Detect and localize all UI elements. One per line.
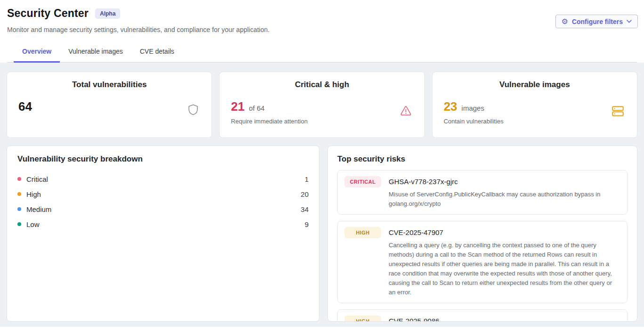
page-header: Security Center Alpha Monitor and manage… bbox=[0, 0, 644, 63]
images-stack-icon bbox=[612, 106, 624, 116]
low-dot-icon bbox=[17, 222, 21, 226]
content-area: Total vulnerabilities 64 Critical & high… bbox=[0, 63, 644, 327]
stat-value: 23 bbox=[444, 99, 457, 114]
stat-card-title: Vulnerable images bbox=[444, 80, 626, 89]
top-risks-title: Top security risks bbox=[337, 154, 628, 164]
critical-dot-icon bbox=[17, 177, 21, 181]
breakdown-label: Critical bbox=[26, 175, 48, 183]
severity-badge: HIGH bbox=[344, 227, 381, 238]
severity-badge: HIGH bbox=[344, 316, 381, 322]
breakdown-label: High bbox=[26, 190, 41, 198]
breakdown-row-low: Low 9 bbox=[17, 217, 309, 232]
stat-card-total-vulnerabilities: Total vulnerabilities 64 bbox=[7, 72, 212, 138]
medium-dot-icon bbox=[17, 207, 21, 211]
severity-badge: CRITICAL bbox=[344, 176, 381, 187]
stat-cards-row: Total vulnerabilities 64 Critical & high… bbox=[7, 72, 637, 138]
tab-vulnerable-images[interactable]: Vulnerable images bbox=[60, 44, 131, 63]
risk-description: Misuse of ServerConfig.PublicKeyCallback… bbox=[389, 190, 620, 209]
tab-bar: Overview Vulnerable images CVE details bbox=[7, 44, 637, 63]
configure-filters-label: Configure filters bbox=[572, 18, 623, 25]
risk-id: CVE-2025-47907 bbox=[389, 227, 620, 238]
stat-subtext: Require immediate attention bbox=[231, 118, 413, 125]
vulnerability-breakdown-panel: Vulnerability security breakdown Critica… bbox=[7, 146, 319, 322]
risk-item[interactable]: HIGH CVE-2025-47907 Cancelling a query (… bbox=[337, 221, 628, 303]
stat-subtext: Contain vulnerabilities bbox=[444, 118, 626, 125]
breakdown-row-high: High 20 bbox=[17, 186, 309, 202]
breakdown-value: 34 bbox=[301, 205, 309, 213]
chevron-down-icon bbox=[627, 20, 632, 23]
risk-id: CVE-2025-9086 bbox=[389, 316, 440, 322]
tab-overview[interactable]: Overview bbox=[14, 44, 60, 63]
gear-icon: ⚙ bbox=[562, 18, 568, 25]
breakdown-row-medium: Medium 34 bbox=[17, 202, 309, 217]
breakdown-row-critical: Critical 1 bbox=[17, 171, 309, 186]
breakdown-value: 1 bbox=[305, 175, 309, 183]
risk-description: Cancelling a query (e.g. by cancelling t… bbox=[389, 241, 620, 297]
breakdown-label: Medium bbox=[26, 205, 51, 213]
alpha-badge: Alpha bbox=[95, 8, 120, 19]
breakdown-value: 9 bbox=[305, 220, 309, 228]
breakdown-value: 20 bbox=[301, 190, 309, 198]
risk-item[interactable]: CRITICAL GHSA-v778-237x-gjrc Misuse of S… bbox=[337, 170, 628, 215]
high-dot-icon bbox=[17, 192, 21, 196]
risk-id: GHSA-v778-237x-gjrc bbox=[389, 176, 620, 187]
tab-cve-details[interactable]: CVE details bbox=[131, 44, 183, 63]
breakdown-label: Low bbox=[26, 220, 40, 228]
page-subtitle: Monitor and manage security settings, vu… bbox=[7, 26, 637, 33]
warning-icon bbox=[400, 106, 411, 116]
configure-filters-button[interactable]: ⚙ Configure filters bbox=[555, 15, 638, 28]
top-security-risks-panel: Top security risks CRITICAL GHSA-v778-23… bbox=[327, 146, 637, 322]
stat-card-vulnerable-images: Vulnerable images 23 images Contain vuln… bbox=[432, 72, 637, 138]
stat-suffix: of 64 bbox=[249, 104, 264, 112]
shield-icon bbox=[188, 104, 198, 115]
stat-value: 21 bbox=[231, 99, 245, 114]
stat-card-title: Critical & high bbox=[231, 80, 413, 89]
page-title: Security Center bbox=[7, 7, 89, 20]
stat-value: 64 bbox=[18, 99, 32, 114]
stat-suffix: images bbox=[462, 104, 484, 112]
stat-card-title: Total vulnerabilities bbox=[18, 80, 200, 89]
risk-item[interactable]: HIGH CVE-2025-9086 bbox=[337, 309, 628, 322]
stat-card-critical-high: Critical & high 21 of 64 Require immedia… bbox=[219, 72, 424, 138]
breakdown-title: Vulnerability security breakdown bbox=[17, 154, 309, 164]
